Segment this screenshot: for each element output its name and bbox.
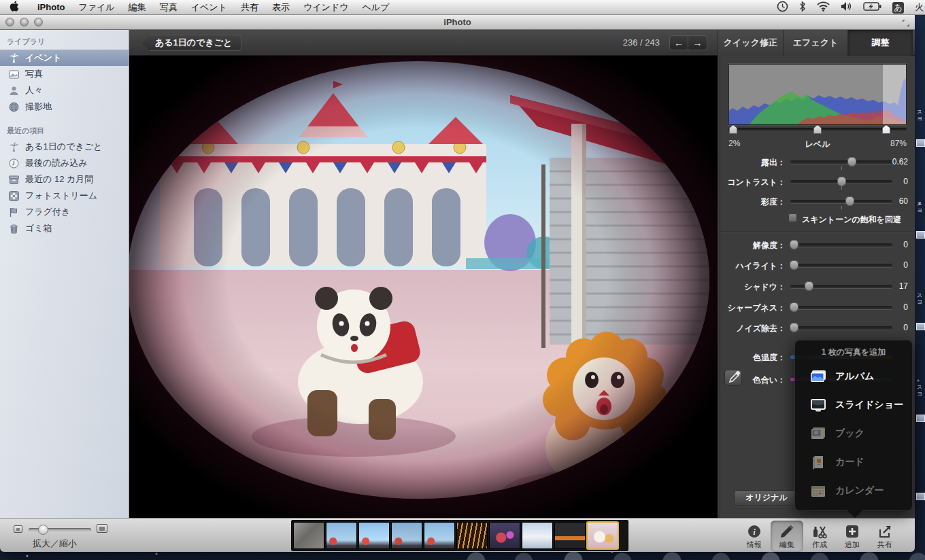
menu-iphoto[interactable]: iPhoto [31,0,71,15]
next-photo-button[interactable]: → [688,35,707,50]
album-icon [809,369,827,384]
thumbnail[interactable] [392,523,422,548]
sidebar-item-flagged[interactable]: フラグ付き [0,204,129,220]
contrast-value: 0 [877,177,908,186]
desktop-icon-label-fragment: ス [917,109,922,115]
wifi-icon[interactable] [817,1,830,14]
create-button[interactable]: 作成 [803,521,836,552]
desktop-icons-strip: ス ヨ ス ヨ ス ヨ ス ヨ [915,41,925,552]
menu-share[interactable]: 共有 [234,0,265,15]
add-photo-popup: 1 枚の写真を追加 アルバム スライドショー ブック カード カレンダー [794,340,913,511]
zoom-slider-knob[interactable] [38,525,48,535]
popup-item-label: カード [835,456,864,468]
skin-tone-checkbox[interactable] [788,213,797,222]
saturation-value: 60 [877,196,908,206]
tab-effects[interactable]: エフェクト [783,30,848,56]
sidebar-item-recent-event[interactable]: ある1日のできごと [0,139,129,155]
previous-photo-button[interactable]: ← [669,35,688,50]
popup-item-slideshow[interactable]: スライドショー [794,391,913,419]
sidebar-item-label: ゴミ箱 [25,222,52,234]
sidebar-item-places[interactable]: 撮影地 [0,99,129,115]
desktop-file-icon[interactable] [916,415,925,422]
sidebar-item-events[interactable]: イベント [0,50,129,66]
sidebar-item-label: フラグ付き [25,206,70,218]
skin-tone-label: スキントーンの飽和を回避 [802,214,901,226]
desktop-file-icon[interactable] [916,323,925,330]
zoom-slider[interactable] [29,528,91,531]
popup-item-book[interactable]: ブック [794,419,913,448]
popup-item-card[interactable]: カード [794,448,913,476]
levels-white-point-handle[interactable] [882,125,890,134]
info-button[interactable]: i 情報 [738,521,771,552]
close-button[interactable] [5,18,14,27]
sidebar-item-trash[interactable]: ゴミ箱 [0,220,129,237]
histogram[interactable] [728,64,907,125]
thumbnail-selected[interactable] [588,523,618,548]
desktop-file-icon[interactable] [916,231,925,239]
apple-menu-icon[interactable] [10,1,20,14]
desktop-icon-label-fragment: ヨ [917,391,922,397]
thumbnail[interactable] [359,523,389,548]
breadcrumb-back-button[interactable]: ある1日のできごと [141,35,241,51]
add-button[interactable]: 追加 [836,521,869,552]
sidebar-item-label: 人々 [25,84,43,97]
popup-item-calendar[interactable]: カレンダー [794,476,913,505]
small-photo-icon [14,525,22,533]
skin-tone-row: スキントーンの飽和を回避 [720,213,913,225]
tab-adjust[interactable]: 調整 [847,30,913,56]
thumbnail[interactable] [294,523,324,548]
time-machine-icon[interactable] [777,1,788,14]
popup-title: 1 枚の写真を追加 [794,340,913,358]
iphoto-window: iPhoto ライブラリ イベント 写真 人々 撮影地 最近の項目 [0,15,915,552]
dock-partial[interactable] [0,552,925,560]
edit-button[interactable]: 編集 [771,521,803,552]
thumbnail[interactable] [457,523,487,548]
levels-labels: 2% レベル 87% [728,139,907,148]
thumbnail[interactable] [555,523,585,548]
levels-mid-handle[interactable] [813,125,822,134]
desktop-file-icon[interactable] [916,493,925,500]
sharpness-row: シャープネス： 0 [720,300,913,315]
fullscreen-icon[interactable] [901,18,911,27]
thumbnail[interactable] [522,523,552,548]
levels-slider[interactable] [728,128,907,130]
palm-tree-icon [8,52,20,64]
popup-item-label: ブック [835,427,864,440]
battery-icon[interactable] [863,2,881,13]
levels-black-point-handle[interactable] [729,125,737,134]
sidebar-item-faces[interactable]: 人々 [0,82,129,99]
info-icon: i [747,524,762,539]
zoom-button[interactable] [34,18,43,27]
menu-events[interactable]: イベント [184,0,234,15]
tab-quick-fixes[interactable]: クイック修正 [718,30,783,56]
sidebar-item-photo-stream[interactable]: フォトストリーム [0,188,129,204]
volume-icon[interactable] [841,1,852,14]
desktop-icon-label-fragment: ヨ [917,207,922,213]
share-button[interactable]: 共有 [869,521,901,552]
sidebar-item-photos[interactable]: 写真 [0,66,129,82]
popup-item-album[interactable]: アルバム [794,362,913,391]
bluetooth-icon[interactable] [799,1,806,14]
menu-edit[interactable]: 編集 [122,0,153,15]
thumbnail[interactable] [490,523,520,548]
menu-photos[interactable]: 写真 [153,0,184,15]
menu-help[interactable]: ヘルプ [355,0,396,15]
desktop-file-icon[interactable] [916,139,925,147]
menu-window[interactable]: ウインドウ [297,0,356,15]
input-method-badge[interactable]: あ [892,2,904,14]
window-titlebar[interactable]: iPhoto [0,15,915,30]
thumbnail[interactable] [326,523,356,548]
archive-box-icon [8,174,20,186]
menu-file[interactable]: ファイル [71,0,121,15]
original-button[interactable]: オリジナル [734,490,799,506]
photo-canvas[interactable] [129,56,718,518]
menu-view[interactable]: 表示 [265,0,297,15]
thumbnail[interactable] [424,523,454,548]
thumbnail-browser[interactable] [291,520,628,551]
sidebar-item-last-import[interactable]: 最後の読み込み [0,155,129,171]
minimize-button[interactable] [20,18,29,27]
shadows-label: シャドウ： [720,281,786,293]
sidebar-item-last-12-months[interactable]: 最近の 12 カ月間 [0,171,129,188]
menubar-clock-weekday[interactable]: 火 [915,1,924,14]
pencil-icon [779,524,794,539]
